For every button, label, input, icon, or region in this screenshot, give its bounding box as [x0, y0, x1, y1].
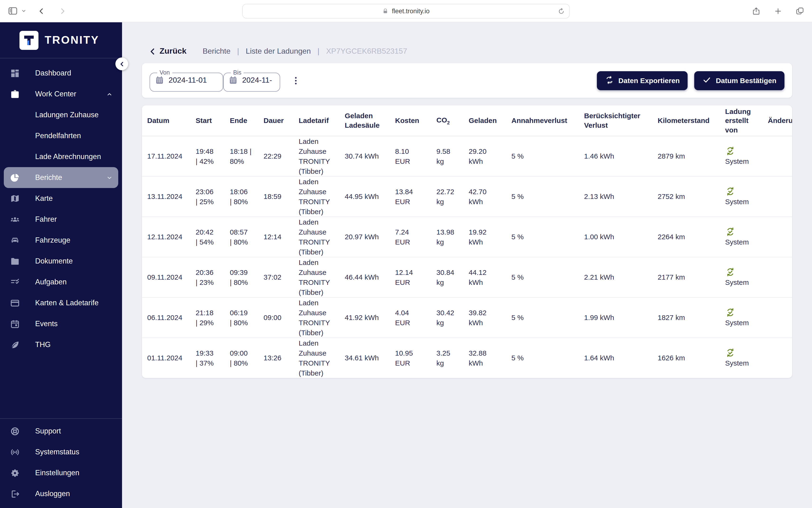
cell-aenderungen [768, 338, 792, 378]
filter-actions: Daten Exportieren Datum Bestätigen [597, 71, 784, 90]
sidebar-collapse-button[interactable] [115, 57, 128, 70]
creator-label: System [725, 318, 749, 328]
cell-aenderungen [768, 176, 792, 216]
cell-kosten: 12.14 EUR [395, 257, 436, 297]
cell-beruecksichtigter_verlust: 1.00 kWh [584, 216, 658, 257]
cell-kilometerstand: 2752 km [658, 176, 725, 216]
sidebar-item-label: Karten & Ladetarife [35, 299, 98, 307]
calendar-icon [228, 76, 238, 85]
cell-dauer: 09:00 [263, 297, 299, 338]
sidebar-item-ausloggen[interactable]: Ausloggen [4, 483, 118, 504]
address-bar[interactable]: fleet.tronity.io [242, 4, 570, 18]
map-icon [10, 194, 23, 204]
cell-kilometerstand: 2177 km [658, 257, 725, 297]
sidebar-item-aufgaben[interactable]: Aufgaben [4, 271, 118, 292]
cell-co2: 30.42 kg [436, 297, 469, 338]
cell-geladen: 32.88 kWh [469, 338, 511, 378]
cell-ladetarif: Laden Zuhause TRONITY (Tibber) [299, 136, 345, 176]
car-icon [10, 235, 23, 245]
cell-aenderungen [768, 297, 792, 338]
sync-check-icon [725, 307, 735, 318]
sidebar-item-work-center[interactable]: Work Center [4, 84, 118, 104]
more-options-icon[interactable] [291, 75, 301, 86]
sidebar-item-events[interactable]: Events [4, 313, 118, 334]
column-header-geladen: Geladen [469, 105, 511, 136]
briefcase-icon [10, 89, 23, 99]
table-row[interactable]: 09.11.202420:36 | 23%09:39 | 80%37:02Lad… [142, 257, 792, 297]
sidebar-item-pendelfahrten[interactable]: Pendelfahrten [4, 125, 118, 146]
column-header-co2: CO2 [436, 105, 469, 136]
tabs-overview-icon[interactable] [796, 6, 804, 15]
breadcrumb-item[interactable]: Liste der Ladungen [246, 47, 311, 55]
new-tab-icon[interactable] [774, 6, 782, 15]
date-to-value: 2024-11- [242, 76, 272, 85]
share-icon[interactable] [752, 6, 761, 15]
cell-co2: 3.25 kg [436, 338, 469, 378]
sidebar-item-label: Einstellungen [35, 469, 79, 477]
cell-ende: 09:00 | 80% [230, 338, 263, 378]
brand-name: TRONITY [45, 34, 99, 46]
export-data-button[interactable]: Daten Exportieren [597, 71, 688, 90]
cell-ladetarif: Laden Zuhause TRONITY (Tibber) [299, 297, 345, 338]
folder-icon [10, 256, 23, 266]
cell-beruecksichtigter_verlust: 1.64 kWh [584, 338, 658, 378]
sidebar: TRONITY DashboardWork CenterLadungen Zuh… [0, 22, 122, 508]
table-row[interactable]: 13.11.202423:06 | 25%18:06 | 80%18:59Lad… [142, 176, 792, 216]
sidebar-item-lade-abrechnungen[interactable]: Lade Abrechnungen [4, 146, 118, 167]
calendar-icon [155, 76, 164, 85]
creator-label: System [725, 358, 749, 368]
sidebar-item-berichte[interactable]: Berichte [4, 167, 118, 188]
cell-geladen_ladesaeule: 44.95 kWh [345, 176, 395, 216]
column-header-kosten: Kosten [395, 105, 436, 136]
cell-geladen: 39.82 kWh [469, 297, 511, 338]
sidebar-item-dokumente[interactable]: Dokumente [4, 251, 118, 271]
sidebar-item-label: Ladungen Zuhause [35, 111, 98, 119]
sidebar-item-thg[interactable]: THG [4, 334, 118, 355]
date-from-field[interactable]: Von 2024-11-01 [149, 69, 223, 92]
breadcrumb: Zurück Berichte|Liste der Ladungen|XP7YG… [142, 46, 792, 56]
cell-beruecksichtigter_verlust: 2.21 kWh [584, 257, 658, 297]
pie-icon [10, 173, 23, 182]
table-row[interactable]: 17.11.202419:48 | 42%18:18 | 80%22:29Lad… [142, 136, 792, 176]
sidebar-item-fahrzeuge[interactable]: Fahrzeuge [4, 230, 118, 251]
reload-icon[interactable] [557, 7, 565, 15]
cell-dauer: 13:26 [263, 338, 299, 378]
sidebar-footer-menu: SupportSystemstatusEinstellungenAuslogge… [0, 419, 122, 508]
cell-datum: 01.11.2024 [142, 338, 196, 378]
sidebar-menu: DashboardWork CenterLadungen ZuhausePend… [0, 58, 122, 355]
cell-annahmeverlust: 5 % [511, 257, 584, 297]
sidebar-item-systemstatus[interactable]: Systemstatus [4, 441, 118, 462]
sidebar-item-label: Fahrzeuge [35, 236, 70, 245]
toolbar-chevron-down-icon[interactable] [22, 8, 26, 13]
sidebar-item-karte[interactable]: Karte [4, 188, 118, 209]
table-row[interactable]: 12.11.202420:42 | 54%08:57 | 80%12:14Lad… [142, 216, 792, 257]
date-from-label: Von [157, 69, 172, 76]
sidebar-item-karten-ladetarife[interactable]: Karten & Ladetarife [4, 292, 118, 313]
dashboard-icon [10, 68, 23, 78]
sidebar-item-einstellungen[interactable]: Einstellungen [4, 462, 118, 483]
table-header-row: DatumStartEndeDauerLadetarifGeladen Lade… [142, 105, 792, 136]
browser-forward-icon[interactable] [58, 7, 67, 15]
cell-annahmeverlust: 5 % [511, 136, 584, 176]
table-row[interactable]: 01.11.202419:33 | 37%09:00 | 80%13:26Lad… [142, 338, 792, 378]
table-row[interactable]: 06.11.202421:18 | 29%06:19 | 80%09:00Lad… [142, 297, 792, 338]
sidebar-item-dashboard[interactable]: Dashboard [4, 63, 118, 84]
logout-icon [10, 489, 23, 499]
cell-aenderungen [768, 136, 792, 176]
breadcrumb-item[interactable]: Berichte [203, 47, 230, 55]
back-button[interactable]: Zurück [160, 46, 186, 56]
sidebar-toggle-icon[interactable] [8, 6, 18, 16]
cell-beruecksichtigter_verlust: 1.46 kWh [584, 136, 658, 176]
cell-annahmeverlust: 5 % [511, 216, 584, 257]
sidebar-item-support[interactable]: Support [4, 421, 118, 441]
sidebar-item-label: THG [35, 340, 51, 349]
sidebar-item-ladungen-zuhause[interactable]: Ladungen Zuhause [4, 104, 118, 125]
confirm-date-button[interactable]: Datum Bestätigen [694, 71, 784, 90]
browser-back-icon[interactable] [38, 7, 46, 15]
sidebar-item-label: Systemstatus [35, 448, 79, 456]
sidebar-item-fahrer[interactable]: Fahrer [4, 209, 118, 230]
creator-label: System [725, 237, 749, 247]
cell-start: 20:36 | 23% [196, 257, 230, 297]
date-to-field[interactable]: Bis 2024-11- [223, 69, 280, 92]
cell-beruecksichtigter_verlust: 2.13 kWh [584, 176, 658, 216]
